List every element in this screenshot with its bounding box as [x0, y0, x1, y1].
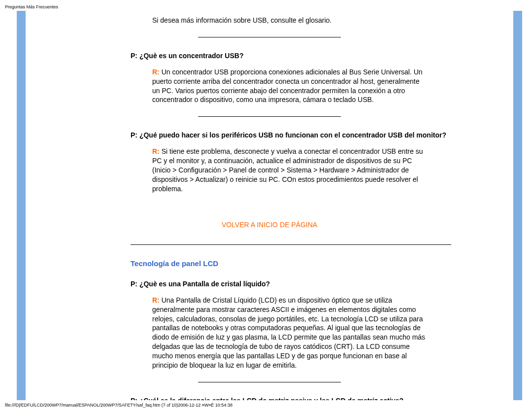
answer-3: R: Una Pantalla de Cristal Líquido (LCD)…: [152, 296, 427, 370]
a2-text: Si tiene este problema, desconecte y vue…: [152, 147, 423, 193]
q-label: P:: [131, 52, 137, 60]
answer-1: R: Un concentrador USB proporciona conex…: [152, 68, 427, 105]
a3-text: Una Pantalla de Cristal Líquido (LCD) es…: [152, 296, 425, 369]
intro-line: Si desea más información sobre USB, cons…: [152, 16, 332, 24]
q-label: P:: [131, 131, 137, 139]
main-content: Si desea más información sobre USB, cons…: [26, 11, 513, 400]
q1-text: ¿Què es un concentrador USB?: [139, 52, 244, 60]
section-divider: [131, 244, 451, 245]
r-label: R:: [152, 68, 160, 76]
right-border-stripe: [513, 11, 522, 400]
q3-text: ¿Què es una Pantalla de cristal líquido?: [139, 280, 270, 288]
question-4: P: ¿Cuál es la diferencia entre las LCD …: [131, 396, 451, 400]
q-label: P:: [131, 397, 137, 400]
page-footer: file:///D|/EDFU/LCD/200WP7/manual/ESPANO…: [5, 402, 233, 408]
q-label: P:: [131, 280, 137, 288]
r-label: R:: [152, 147, 160, 155]
a1-text: Un concentrador USB proporciona conexion…: [152, 68, 423, 104]
section-heading-lcd: Tecnología de panel LCD: [131, 259, 513, 269]
q2-text: ¿Qué puedo hacer si los periféricos USB …: [139, 131, 446, 139]
q4-text: ¿Cuál es la diferencia entre las LCD de …: [139, 397, 403, 400]
left-border-stripe: [17, 11, 26, 400]
question-1: P: ¿Què es un concentrador USB?: [131, 51, 451, 61]
content-frame: Si desea más información sobre USB, cons…: [17, 11, 522, 400]
divider: [198, 382, 341, 382]
intro-text: Si desea más información sobre USB, cons…: [152, 16, 427, 25]
answer-2: R: Si tiene este problema, desconecte y …: [152, 147, 427, 193]
back-to-top-link[interactable]: VOLVER A INICIO DE PÁGINA: [26, 220, 513, 230]
divider: [198, 116, 341, 117]
page-header: Preguntas Más Frecuentes: [5, 4, 58, 10]
question-3: P: ¿Què es una Pantalla de cristal líqui…: [131, 279, 451, 289]
question-2: P: ¿Qué puedo hacer si los periféricos U…: [131, 131, 451, 140]
divider: [198, 37, 341, 37]
r-label: R:: [152, 296, 160, 304]
